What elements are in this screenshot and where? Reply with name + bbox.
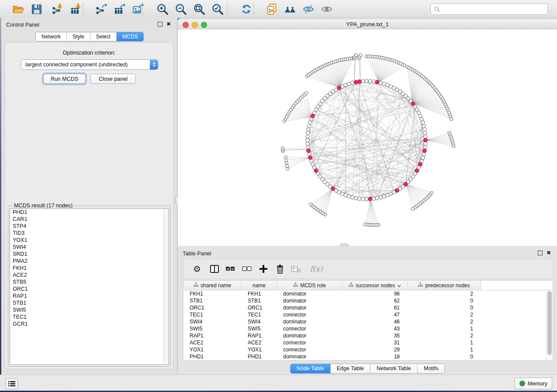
scrollbar-thumb[interactable] [547, 291, 552, 355]
result-list-scrollbar[interactable] [163, 209, 169, 364]
cell-MCDS-role[interactable]: dominator [277, 353, 343, 360]
copy-document-icon[interactable] [266, 3, 278, 15]
mcds-result-item[interactable]: STP4 [10, 223, 169, 230]
optimization-criterion-select[interactable]: largest connected component (undirected) [21, 59, 158, 70]
refresh-icon[interactable] [240, 3, 253, 15]
cell-shared-name[interactable]: YOX1 [183, 346, 242, 353]
mcds-result-item[interactable]: ORC1 [10, 285, 169, 292]
zoom-in-icon[interactable] [156, 3, 169, 15]
cell-shared-name[interactable]: ORC1 [183, 304, 242, 311]
cell-predecessor-nodes[interactable]: 2 [408, 311, 481, 318]
mcds-result-item[interactable]: TEC1 [10, 313, 169, 320]
mcds-result-item[interactable]: RAP1 [10, 292, 169, 299]
cell-name[interactable]: STB1 [242, 297, 277, 304]
table-row[interactable]: SWI5SWI5connector431 [183, 325, 553, 332]
cell-predecessor-nodes[interactable]: 0 [408, 304, 481, 311]
cell-shared-name[interactable]: ACE2 [183, 339, 242, 346]
cell-predecessor-nodes[interactable]: 0 [408, 353, 481, 360]
cell-successor-nodes[interactable]: 43 [343, 325, 408, 332]
cell-name[interactable]: YOX1 [242, 346, 277, 353]
cell-successor-nodes[interactable]: 46 [343, 318, 408, 325]
tab-node-table[interactable]: Node Table [291, 364, 331, 373]
cell-MCDS-role[interactable]: connector [277, 346, 343, 353]
mcds-result-list[interactable]: PHD1CAR1STP4TID3YOX1SWI4SRD1PMA2FKH1ACE2… [10, 208, 169, 365]
cell-shared-name[interactable]: FKH1 [183, 290, 242, 297]
mcds-result-item[interactable]: SRD1 [10, 251, 169, 258]
export-table-icon[interactable] [114, 3, 126, 15]
hide-eye-icon[interactable] [302, 3, 315, 15]
cell-MCDS-role[interactable]: connector [277, 311, 343, 318]
close-panel-button[interactable]: Close panel [90, 74, 136, 84]
mcds-result-item[interactable]: ACE2 [10, 272, 169, 279]
cell-name[interactable]: RAP1 [242, 332, 277, 339]
cell-name[interactable]: ORC1 [242, 304, 277, 311]
tab-network-table[interactable]: Network Table [370, 364, 418, 373]
mcds-result-item[interactable]: CAR1 [10, 216, 169, 223]
search-box[interactable] [430, 3, 548, 15]
close-panel-icon[interactable]: ✖ [547, 251, 551, 255]
mcds-result-item[interactable]: PHD1 [10, 209, 169, 216]
cell-successor-nodes[interactable]: 61 [343, 304, 408, 311]
cell-name[interactable]: PHD1 [242, 353, 277, 360]
mcds-result-item[interactable]: TID3 [10, 230, 169, 237]
function-builder-icon[interactable]: f(x) [308, 263, 325, 275]
mcds-result-item[interactable]: SWI5 [10, 306, 169, 313]
export-network-icon[interactable] [95, 3, 107, 15]
cell-predecessor-nodes[interactable]: 2 [408, 332, 481, 339]
cell-shared-name[interactable]: PHD1 [183, 353, 242, 360]
eye-icon[interactable] [321, 3, 333, 15]
cell-MCDS-role[interactable]: dominator [277, 297, 343, 304]
task-history-button[interactable] [5, 378, 18, 389]
cell-successor-nodes[interactable]: 35 [343, 332, 408, 339]
mcds-result-item[interactable]: STB1 [10, 299, 169, 306]
cell-name[interactable]: TEC1 [242, 311, 277, 318]
zoom-selected-icon[interactable] [211, 3, 224, 15]
tab-edge-table[interactable]: Edge Table [331, 364, 370, 373]
column-header-predecessor-nodes[interactable]: predecessor nodes [408, 281, 481, 290]
import-network-icon[interactable] [52, 3, 64, 15]
cell-predecessor-nodes[interactable]: 2 [408, 290, 481, 297]
network-window-titlebar[interactable]: YPA_prune.txt_1 [178, 20, 557, 29]
cell-MCDS-role[interactable]: dominator [277, 290, 343, 297]
cell-successor-nodes[interactable]: 31 [343, 339, 408, 346]
select-all-columns-icon[interactable] [225, 263, 236, 275]
zoom-out-icon[interactable] [175, 3, 187, 15]
cell-MCDS-role[interactable]: dominator [277, 304, 343, 311]
deselect-all-columns-icon[interactable] [241, 263, 253, 275]
table-row[interactable]: SWI4SWI4dominator462 [183, 318, 553, 325]
mcds-result-item[interactable]: PMA2 [10, 258, 169, 265]
cell-successor-nodes[interactable]: 62 [343, 297, 408, 304]
cell-name[interactable]: SWI5 [242, 325, 277, 332]
column-header-MCDS-role[interactable]: MCDS role [277, 281, 343, 290]
cell-successor-nodes[interactable]: 96 [343, 290, 408, 297]
cell-shared-name[interactable]: STB1 [183, 297, 242, 304]
cell-successor-nodes[interactable]: 47 [343, 311, 408, 318]
delete-table-icon[interactable] [290, 263, 301, 275]
mcds-result-item[interactable]: GCR1 [10, 320, 169, 327]
columns-icon[interactable] [209, 263, 220, 275]
network-canvas[interactable] [178, 29, 557, 246]
run-mcds-button[interactable]: Run MCDS [43, 74, 86, 84]
table-row[interactable]: ACE2ACE2connector311 [183, 339, 553, 346]
import-table-icon[interactable] [70, 3, 82, 15]
close-panel-icon[interactable]: ✖ [166, 22, 171, 26]
mcds-result-item[interactable]: SWI4 [10, 244, 169, 251]
cell-name[interactable]: FKH1 [242, 290, 277, 297]
mcds-result-item[interactable]: YOX1 [10, 237, 169, 244]
network-graph[interactable] [178, 29, 557, 246]
column-header-name[interactable]: name [242, 281, 277, 290]
cell-shared-name[interactable]: TEC1 [183, 311, 242, 318]
table-row[interactable]: TEC1TEC1connector472 [183, 311, 553, 318]
gear-icon[interactable]: ⚙ [191, 263, 203, 275]
cell-shared-name[interactable]: SWI4 [183, 318, 242, 325]
cell-shared-name[interactable]: RAP1 [183, 332, 242, 339]
tab-select[interactable]: Select [90, 32, 117, 41]
table-row[interactable]: ORC1ORC1dominator610 [183, 304, 553, 311]
binoculars-icon[interactable] [284, 3, 296, 15]
table-vertical-scrollbar[interactable] [546, 290, 553, 360]
mcds-result-item[interactable]: STB5 [10, 279, 169, 285]
cell-MCDS-role[interactable]: dominator [277, 332, 343, 339]
open-folder-icon[interactable] [12, 3, 24, 15]
column-header-successor-nodes[interactable]: successor nodes [343, 281, 408, 290]
zoom-fit-icon[interactable] [193, 3, 205, 15]
